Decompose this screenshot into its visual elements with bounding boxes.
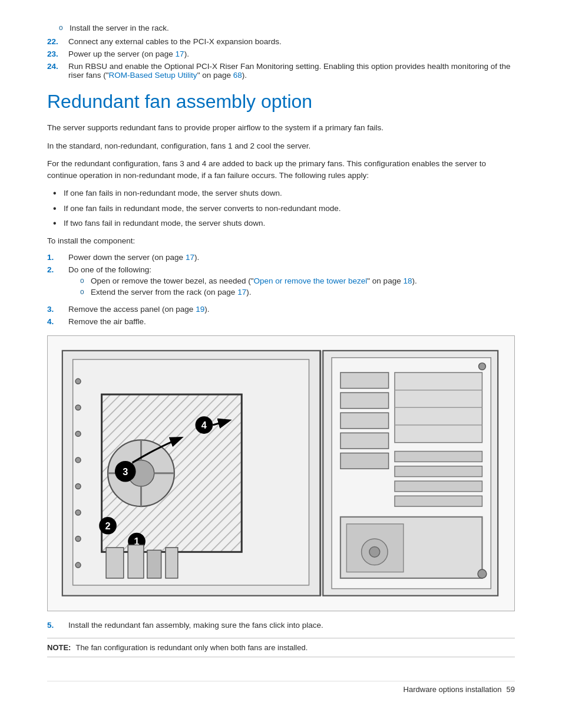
footer-page: 59 (507, 685, 515, 694)
step-24-rbsu-link[interactable]: ROM-Based Setup Utility (109, 71, 197, 80)
svg-point-34 (479, 363, 486, 370)
svg-rect-28 (128, 545, 144, 578)
svg-rect-37 (340, 413, 389, 429)
install-step-3-link[interactable]: 19 (196, 305, 204, 314)
svg-point-7 (75, 510, 81, 515)
install-step-5-num: 5. (47, 621, 64, 632)
install-step-1-link[interactable]: 17 (186, 253, 194, 262)
note-text: The fan configuration is redundant only … (75, 643, 308, 652)
content-area: Install the server in the rack. 22. Conn… (47, 24, 515, 694)
svg-rect-36 (340, 393, 389, 409)
step-23-text: Power up the server (on page 17). (68, 50, 189, 58)
bullet-item-3: If two fans fail in redundant mode, the … (53, 218, 515, 229)
step-24-text: Run RBSU and enable the Optional PCI-X R… (68, 62, 515, 80)
step-22: 22. Connect any external cables to the P… (47, 37, 515, 46)
sub-step-2a: Open or remove the tower bezel, as neede… (80, 276, 417, 285)
sub-list-item-install: Install the server in the rack. (59, 24, 515, 32)
svg-point-4 (75, 431, 81, 437)
svg-point-2 (75, 379, 81, 384)
step-24: 24. Run RBSU and enable the Optional PCI… (47, 62, 515, 80)
step-23-num: 23. (47, 50, 64, 58)
rules-bullet-list: If one fan fails in non-redundant mode, … (47, 187, 515, 229)
step-24-num: 24. (47, 62, 64, 80)
install-step-1-num: 1. (47, 253, 64, 262)
install-step-3: 3. Remove the access panel (on page 19). (47, 305, 515, 314)
svg-text:2: 2 (105, 521, 111, 531)
note-label: NOTE: (47, 643, 71, 652)
step-2-sub-list: Open or remove the tower bezel, as neede… (68, 276, 417, 297)
svg-text:4: 4 (201, 420, 207, 430)
bullet-item-1: If one fan fails in non-redundant mode, … (53, 187, 515, 199)
svg-point-8 (75, 536, 81, 542)
step-22-num: 22. (47, 37, 64, 46)
svg-rect-39 (340, 453, 389, 469)
install-step-4-text: Remove the air baffle. (68, 317, 146, 326)
install-step-2: 2. Do one of the following: Open or remo… (47, 265, 515, 301)
install-step-2-content: Do one of the following: Open or remove … (68, 265, 417, 301)
svg-point-5 (75, 457, 81, 463)
sub-step-2a-link[interactable]: Open or remove the tower bezel (253, 276, 367, 285)
install-step-2-num: 2. (47, 265, 64, 301)
para2: In the standard, non-redundant, configur… (47, 140, 515, 152)
initial-sub-list: Install the server in the rack. (47, 24, 515, 32)
fan-assembly-diagram: 1 2 3 4 (47, 335, 515, 611)
footer-section: Hardware options installation (404, 685, 502, 694)
svg-rect-27 (106, 548, 124, 578)
section-heading: Redundant fan assembly option (47, 90, 515, 113)
svg-rect-44 (395, 452, 482, 462)
step-24-page-link[interactable]: 68 (233, 71, 242, 80)
svg-text:3: 3 (123, 466, 128, 477)
para3: For the redundant configuration, fans 3 … (47, 158, 515, 182)
install-step-4-num: 4. (47, 317, 64, 326)
install-step-5: 5. Install the redundant fan assembly, m… (47, 621, 515, 632)
install-step-3-text: Remove the access panel (on page 19). (68, 305, 209, 314)
svg-rect-38 (340, 433, 389, 449)
sub-step-2a-page-link[interactable]: 18 (403, 276, 412, 285)
svg-rect-47 (395, 496, 482, 507)
install-step-1-text: Power down the server (on page 17). (68, 253, 199, 262)
note-box: NOTE: The fan configuration is redundant… (47, 638, 515, 657)
step-22-text: Connect any external cables to the PCI-X… (68, 37, 282, 46)
svg-point-9 (75, 563, 81, 568)
sub-step-2b-link[interactable]: 17 (237, 288, 246, 297)
step-23-link[interactable]: 17 (176, 50, 184, 58)
svg-point-6 (75, 484, 81, 489)
sub-step-2b: Extend the server from the rack (on page… (80, 288, 417, 297)
bullet-item-2: If one fan fails in redundant mode, the … (53, 203, 515, 215)
install-steps-list: 1. Power down the server (on page 17). 2… (47, 253, 515, 326)
diagram-svg: 1 2 3 4 (54, 342, 508, 604)
svg-rect-46 (395, 481, 482, 492)
install-step-5-wrapper: 5. Install the redundant fan assembly, m… (47, 621, 515, 632)
steps-top-list: 22. Connect any external cables to the P… (47, 37, 515, 80)
footer: Hardware options installation 59 (47, 681, 515, 694)
svg-rect-30 (166, 548, 178, 578)
step-23: 23. Power up the server (on page 17). (47, 50, 515, 58)
install-step-1: 1. Power down the server (on page 17). (47, 253, 515, 262)
install-step-4: 4. Remove the air baffle. (47, 317, 515, 326)
install-step-3-num: 3. (47, 305, 64, 314)
svg-point-52 (478, 569, 487, 578)
para1: The server supports redundant fans to pr… (47, 122, 515, 134)
install-intro: To install the component: (47, 235, 515, 247)
svg-point-3 (75, 405, 81, 410)
svg-rect-45 (395, 466, 482, 477)
install-step-5-text: Install the redundant fan assembly, maki… (68, 621, 323, 630)
svg-rect-35 (340, 373, 389, 388)
svg-rect-29 (147, 551, 161, 579)
svg-point-51 (369, 547, 380, 558)
